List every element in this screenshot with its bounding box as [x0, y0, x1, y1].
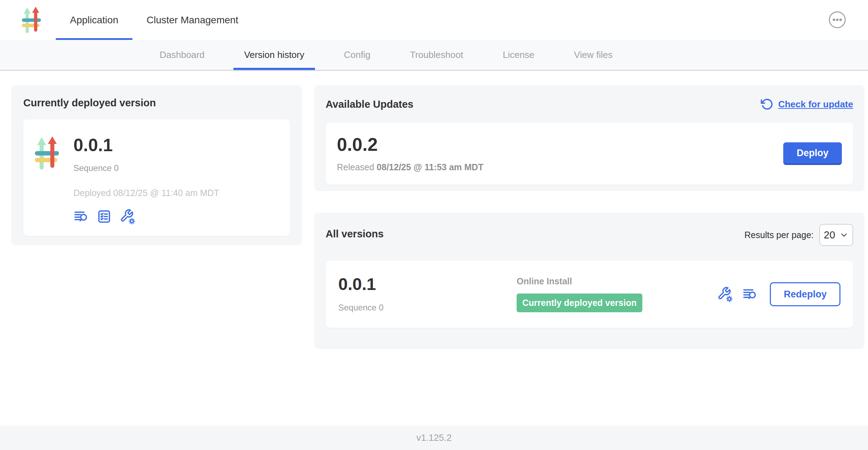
currently-deployed-title: Currently deployed version [23, 97, 290, 109]
available-updates-title: Available Updates [326, 99, 414, 110]
app-footer: v1.125.2 [0, 426, 868, 450]
currently-deployed-card: Currently deployed version 0.0.1 Sequenc… [11, 85, 302, 245]
check-for-update-link[interactable]: Check for update [761, 98, 853, 111]
more-options-button[interactable] [828, 11, 846, 29]
tab-cluster-management[interactable]: Cluster Management [132, 0, 252, 40]
current-version-sequence: Sequence 0 [73, 163, 219, 173]
ellipsis-circle-icon [828, 11, 846, 29]
redeploy-button[interactable]: Redeploy [770, 282, 840, 306]
results-per-page-label: Results per page: [744, 230, 814, 240]
all-versions-card: All versions Results per page: 20 0.0.1 … [314, 213, 864, 349]
app-logo [21, 0, 42, 40]
version-row: 0.0.1 Sequence 0 Online Install Currentl… [326, 261, 853, 328]
currently-deployed-badge: Currently deployed version [517, 294, 642, 312]
app-logo-arrows-icon [21, 7, 42, 34]
row-version-sequence: Sequence 0 [338, 303, 517, 313]
subnav-tab-dashboard[interactable]: Dashboard [160, 40, 204, 70]
app-header: Application Cluster Management [0, 0, 868, 40]
current-version-deployed-timestamp: Deployed 08/12/25 @ 11:40 am MDT [73, 188, 219, 198]
subnav-tab-version-history[interactable]: Version history [244, 40, 304, 70]
tab-application[interactable]: Application [56, 0, 132, 40]
current-version-panel: 0.0.1 Sequence 0 Deployed 08/12/25 @ 11:… [23, 119, 290, 236]
update-released-timestamp: Released 08/12/25 @ 11:53 am MDT [337, 162, 483, 172]
available-updates-card: Available Updates Check for update 0.0.2… [314, 85, 864, 191]
diff-logs-icon[interactable] [73, 209, 89, 224]
app-logo-arrows-icon [34, 136, 60, 170]
subnav-tab-license[interactable]: License [503, 40, 535, 70]
subnav-tab-view-files[interactable]: View files [574, 40, 612, 70]
update-version-number: 0.0.2 [337, 135, 483, 154]
diff-logs-icon[interactable] [742, 287, 758, 302]
update-row: 0.0.2 Released 08/12/25 @ 11:53 am MDT D… [326, 123, 853, 185]
row-version-number: 0.0.1 [338, 276, 517, 293]
all-versions-title: All versions [326, 228, 384, 240]
app-subnav: Dashboard Version history Config Trouble… [0, 40, 868, 71]
preflight-checklist-icon[interactable] [97, 209, 112, 224]
install-type-label: Online Install [517, 276, 642, 286]
current-version-number: 0.0.1 [73, 136, 219, 154]
console-version-label: v1.125.2 [416, 432, 452, 443]
subnav-tab-troubleshoot[interactable]: Troubleshoot [410, 40, 463, 70]
refresh-ccw-icon [761, 98, 773, 111]
results-per-page-select[interactable]: 20 [819, 224, 853, 246]
config-wrench-gear-icon[interactable] [717, 286, 733, 302]
chevron-down-icon [839, 230, 849, 239]
config-wrench-gear-icon[interactable] [119, 209, 136, 224]
subnav-tab-config[interactable]: Config [344, 40, 370, 70]
main-content: Currently deployed version 0.0.1 Sequenc… [0, 71, 868, 426]
deploy-button[interactable]: Deploy [783, 142, 842, 165]
